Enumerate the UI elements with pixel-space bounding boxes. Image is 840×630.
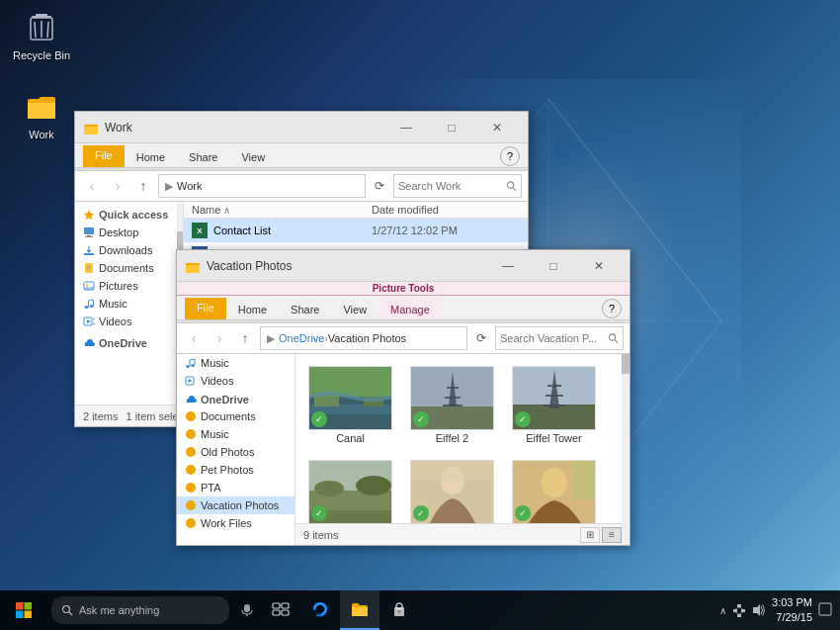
work-sidebar-music[interactable]: Music xyxy=(75,295,183,313)
list-item[interactable]: ✓ Mike xyxy=(507,456,601,523)
work-tab-home[interactable]: Home xyxy=(125,145,177,167)
vacation-sidebar-pta[interactable]: PTA xyxy=(177,479,294,496)
work-tab-view[interactable]: View xyxy=(229,145,277,167)
vacation-sidebar-videos[interactable]: Videos xyxy=(177,372,294,390)
svg-rect-106 xyxy=(737,604,741,607)
work-search-box[interactable] xyxy=(393,174,522,198)
svg-rect-21 xyxy=(84,253,94,255)
work-refresh-button[interactable]: ⟳ xyxy=(370,176,389,196)
work-sidebar-downloads[interactable]: Downloads xyxy=(75,241,183,259)
vacation-sidebar-documents[interactable]: Documents xyxy=(177,407,294,425)
list-item[interactable]: ✓ Canal xyxy=(303,362,397,448)
taskbar-microphone[interactable] xyxy=(233,596,261,624)
vacation-address-path[interactable]: ▶ OneDrive › Vacation Photos xyxy=(260,326,467,350)
work-sidebar-pictures[interactable]: Pictures xyxy=(75,277,183,295)
work-forward-button[interactable]: › xyxy=(107,175,128,197)
work-help-button[interactable]: ? xyxy=(500,146,520,166)
breadcrumb-onedrive[interactable]: OneDrive xyxy=(279,332,324,344)
work-maximize-button[interactable]: □ xyxy=(429,112,474,143)
list-item[interactable]: ✓ Lozere xyxy=(303,456,397,523)
vacation-scrollbar[interactable] xyxy=(622,354,630,545)
vacation-help-button[interactable]: ? xyxy=(602,299,622,318)
task-view-icon xyxy=(272,600,290,618)
vacation-tab-home[interactable]: Home xyxy=(226,298,279,319)
lozere-check: ✓ xyxy=(311,505,327,521)
svg-rect-14 xyxy=(84,127,98,135)
work-sort-arrow: ∧ xyxy=(223,205,230,216)
breadcrumb-vacation-photos[interactable]: Vacation Photos xyxy=(328,332,406,344)
excel-icon: X xyxy=(192,223,208,238)
notifications-icon xyxy=(818,602,832,616)
work-folder-desktop-icon[interactable]: Work xyxy=(10,89,73,140)
list-item[interactable]: ✓ Eiffel Tower xyxy=(507,362,601,448)
view-small-icon-button[interactable]: ⊞ xyxy=(580,527,600,543)
vacation-back-button[interactable]: ‹ xyxy=(183,327,205,349)
vacation-file-area: Music Videos OneDrive xyxy=(177,354,630,545)
security-button[interactable] xyxy=(379,590,419,630)
work-sidebar-scrollbar-thumb[interactable] xyxy=(177,231,183,251)
sidebar-music2-icon xyxy=(185,428,197,440)
svg-marker-17 xyxy=(84,210,94,220)
vacation-search-box[interactable] xyxy=(495,326,624,350)
svg-line-110 xyxy=(735,607,739,609)
table-row[interactable]: X Contact List 1/27/12 12:02 PM xyxy=(184,219,528,242)
vacation-maximize-button[interactable]: □ xyxy=(531,250,576,282)
list-item[interactable]: ✓ Me xyxy=(405,456,499,523)
vacation-scrollbar-thumb[interactable] xyxy=(622,354,630,374)
tray-overflow-button[interactable]: ∧ xyxy=(719,605,726,616)
taskbar-search[interactable]: Ask me anything xyxy=(51,596,229,624)
work-sidebar-desktop[interactable]: Desktop xyxy=(75,224,183,241)
vacation-close-button[interactable]: ✕ xyxy=(576,250,622,282)
vacation-forward-button[interactable]: › xyxy=(209,327,230,349)
vacation-search-input[interactable] xyxy=(500,332,608,344)
sidebar-pta-icon xyxy=(185,482,197,494)
work-minimize-button[interactable]: — xyxy=(383,112,429,143)
vacation-sidebar-pet-photos[interactable]: Pet Photos xyxy=(177,461,294,479)
vacation-sidebar-work-files[interactable]: Work Files xyxy=(177,514,294,532)
view-list-icon-button[interactable]: ≡ xyxy=(602,527,622,543)
svg-line-112 xyxy=(735,612,739,614)
volume-icon xyxy=(752,603,766,617)
recycle-bin-icon[interactable]: Recycle Bin xyxy=(10,10,73,61)
work-window-titlebar[interactable]: Work — □ ✕ xyxy=(75,112,528,143)
work-search-input[interactable] xyxy=(398,180,506,192)
task-view-button[interactable] xyxy=(261,590,300,630)
taskbar-clock[interactable]: 3:03 PM 7/29/15 xyxy=(772,595,812,626)
list-item[interactable]: ✓ Eiffel 2 xyxy=(405,362,499,448)
svg-point-28 xyxy=(85,306,89,309)
vacation-tab-manage[interactable]: Manage xyxy=(378,298,442,319)
vacation-sidebar-vacation-photos[interactable]: Vacation Photos xyxy=(177,496,294,514)
work-sidebar-documents[interactable]: Documents xyxy=(75,259,183,277)
work-close-button[interactable]: ✕ xyxy=(474,112,520,143)
vacation-sidebar-music2[interactable]: Music xyxy=(177,425,294,443)
vacation-minimize-button[interactable]: — xyxy=(485,250,531,282)
vacation-sidebar-old-photos[interactable]: Old Photos xyxy=(177,443,294,461)
vacation-window-controls: — □ ✕ xyxy=(485,250,622,282)
svg-rect-99 xyxy=(273,610,280,615)
vacation-refresh-button[interactable]: ⟳ xyxy=(471,328,491,348)
svg-point-87 xyxy=(542,468,567,497)
file-explorer-button[interactable] xyxy=(340,590,379,630)
svg-marker-114 xyxy=(753,604,760,616)
work-address-path[interactable]: ▶ Work xyxy=(158,174,366,198)
start-button[interactable] xyxy=(0,590,47,630)
vacation-tab-file[interactable]: File xyxy=(185,298,226,319)
work-back-button[interactable]: ‹ xyxy=(81,175,103,197)
work-sidebar-videos[interactable]: Videos xyxy=(75,313,183,330)
notifications-button[interactable] xyxy=(818,602,832,618)
edge-button[interactable] xyxy=(300,590,340,630)
vacation-sidebar-music[interactable]: Music xyxy=(177,354,294,372)
svg-point-104 xyxy=(398,610,401,613)
vacation-item-count: 9 items xyxy=(303,529,338,541)
svg-line-35 xyxy=(93,318,95,319)
work-tab-file[interactable]: File xyxy=(83,145,125,167)
vacation-tab-share[interactable]: Share xyxy=(279,298,331,319)
work-tab-share[interactable]: Share xyxy=(177,145,229,167)
work-ribbon: File Home Share View ? xyxy=(75,143,528,171)
vacation-titlebar[interactable]: Vacation Photos — □ ✕ xyxy=(177,250,630,282)
work-up-button[interactable]: ↑ xyxy=(132,175,154,197)
vacation-up-button[interactable]: ↑ xyxy=(234,327,256,349)
vacation-tab-view[interactable]: View xyxy=(331,298,378,319)
svg-rect-84 xyxy=(411,461,494,481)
svg-point-48 xyxy=(186,411,196,421)
